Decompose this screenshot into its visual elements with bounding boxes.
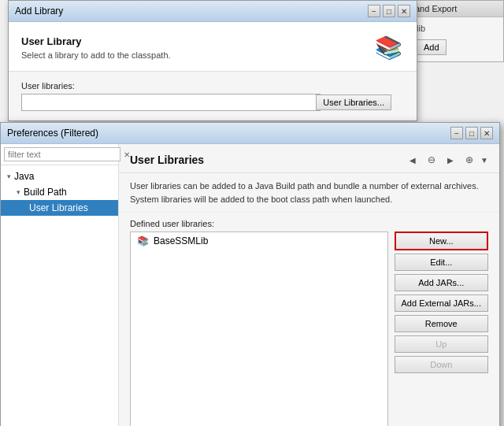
- prefs-body: ✕ Java Build Path User Libraries User Li…: [1, 144, 499, 426]
- defined-libraries-label: Defined user libraries:: [119, 213, 499, 232]
- collapse-icon[interactable]: ⊖: [424, 152, 439, 168]
- preferences-window: Preferences (Filtered) − □ ✕ ✕ Java Buil…: [0, 122, 500, 426]
- libraries-list-input[interactable]: [21, 94, 321, 111]
- add-jars-button[interactable]: Add JARs...: [395, 274, 489, 291]
- toolbar-icons: ◀ ⊖ ▶ ⊕ ▼: [405, 152, 488, 168]
- java-arrow-icon: [7, 172, 11, 180]
- edit-button[interactable]: Edit...: [395, 254, 489, 271]
- sidebar-item-build-path[interactable]: Build Path: [1, 184, 118, 200]
- add-library-controls: − □ ✕: [368, 5, 410, 17]
- add-library-title: Add Library: [15, 6, 63, 17]
- new-button[interactable]: New...: [395, 232, 489, 250]
- add-library-body: User libraries: User Libraries...: [9, 72, 417, 120]
- add-external-jars-button[interactable]: Add External JARs...: [395, 294, 489, 312]
- add-library-titlebar: Add Library − □ ✕: [9, 1, 417, 22]
- add-library-header-icon: 📚: [372, 31, 404, 63]
- lib-list-item[interactable]: 📚 BaseSSMLib: [131, 232, 387, 250]
- add-library-header-title: User Library: [21, 35, 171, 47]
- lib-list[interactable]: 📚 BaseSSMLib: [130, 232, 388, 426]
- add-library-min-btn[interactable]: −: [368, 5, 380, 17]
- content-description: User libraries can be added to a Java Bu…: [119, 173, 499, 213]
- bg-lib-label: lib: [417, 24, 497, 33]
- java-label: Java: [14, 171, 34, 182]
- prefs-sidebar: ✕ Java Build Path User Libraries: [1, 144, 119, 426]
- prefs-titlebar: Preferences (Filtered) − □ ✕: [1, 123, 499, 144]
- prefs-max-btn[interactable]: □: [465, 127, 478, 139]
- back-button[interactable]: ◀: [405, 152, 421, 168]
- books-icon: 📚: [375, 35, 402, 61]
- add-library-header-subtitle: Select a library to add to the classpath…: [21, 50, 171, 60]
- up-button[interactable]: Up: [395, 335, 489, 353]
- expand-icon[interactable]: ⊕: [461, 152, 477, 168]
- bg-import-export-window: and Export lib Add: [410, 0, 504, 62]
- lib-buttons: New... Edit... Add JARs... Add External …: [395, 232, 489, 426]
- remove-button[interactable]: Remove: [395, 315, 489, 332]
- bg-window-content: lib Add: [410, 17, 503, 61]
- add-library-header-text: User Library Select a library to add to …: [21, 35, 171, 60]
- add-library-close-btn[interactable]: ✕: [398, 5, 410, 17]
- prefs-title: Preferences (Filtered): [7, 128, 98, 139]
- lib-icon: 📚: [137, 235, 149, 246]
- sidebar-item-java[interactable]: Java: [1, 169, 118, 184]
- add-library-dialog: Add Library − □ ✕ User Library Select a …: [8, 0, 417, 121]
- bg-window-titlebar: and Export: [410, 1, 503, 17]
- libraries-row: User Libraries...: [21, 94, 404, 111]
- user-libraries-nav-label: User Libraries: [29, 202, 88, 213]
- content-header: User Libraries ◀ ⊖ ▶ ⊕ ▼: [119, 144, 499, 173]
- add-library-max-btn[interactable]: □: [383, 5, 395, 17]
- user-libraries-button[interactable]: User Libraries...: [316, 94, 391, 110]
- down-button[interactable]: Down: [395, 356, 489, 373]
- user-libraries-label: User libraries:: [21, 81, 404, 91]
- libraries-area: 📚 BaseSSMLib New... Edit... Add JARs... …: [119, 232, 499, 426]
- prefs-min-btn[interactable]: −: [450, 127, 463, 139]
- forward-button[interactable]: ▶: [443, 152, 458, 168]
- bg-add-button[interactable]: Add: [417, 39, 447, 55]
- content-title: User Libraries: [130, 154, 204, 166]
- filter-box: ✕: [1, 144, 118, 165]
- lib-name: BaseSSMLib: [154, 235, 208, 246]
- prefs-content: User Libraries ◀ ⊖ ▶ ⊕ ▼ User libraries …: [119, 144, 499, 426]
- prefs-close-btn[interactable]: ✕: [480, 127, 493, 139]
- sidebar-item-user-libraries[interactable]: User Libraries: [1, 200, 118, 216]
- bg-window-title: and Export: [415, 4, 457, 13]
- add-library-header: User Library Select a library to add to …: [9, 22, 417, 72]
- filter-input[interactable]: [4, 147, 120, 161]
- sidebar-tree: Java Build Path User Libraries: [1, 165, 118, 426]
- prefs-controls: − □ ✕: [450, 127, 493, 139]
- build-path-arrow-icon: [17, 188, 20, 196]
- build-path-label: Build Path: [24, 187, 67, 198]
- toolbar-dropdown-icon[interactable]: ▼: [480, 156, 488, 165]
